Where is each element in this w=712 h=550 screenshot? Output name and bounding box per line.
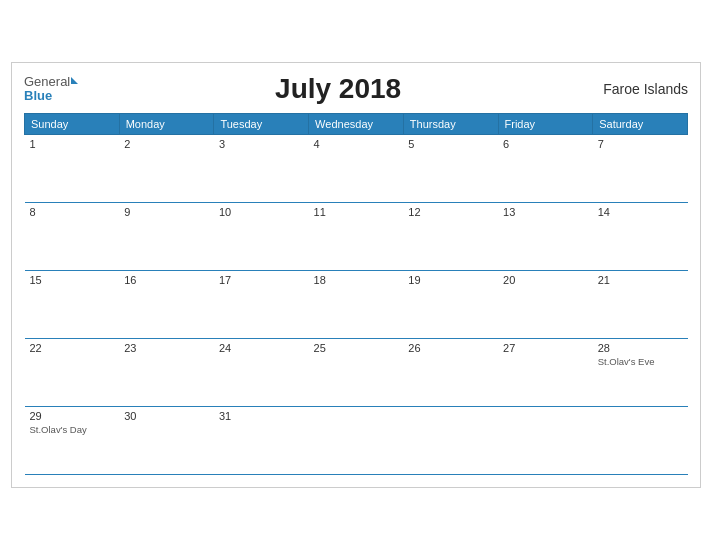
weekday-header-saturday: Saturday: [593, 114, 688, 135]
week-row-4: 22232425262728St.Olav's Eve: [25, 339, 688, 407]
day-number: 21: [598, 274, 683, 286]
calendar-title: July 2018: [78, 73, 598, 105]
day-cell: [498, 407, 593, 475]
week-row-2: 891011121314: [25, 203, 688, 271]
day-cell: 15: [25, 271, 120, 339]
day-number: 25: [314, 342, 399, 354]
day-number: 27: [503, 342, 588, 354]
day-number: 20: [503, 274, 588, 286]
day-cell: [593, 407, 688, 475]
weekday-header-sunday: Sunday: [25, 114, 120, 135]
day-number: 29: [30, 410, 115, 422]
day-cell: 18: [309, 271, 404, 339]
day-cell: 30: [119, 407, 214, 475]
day-number: 12: [408, 206, 493, 218]
calendar-region: Faroe Islands: [598, 81, 688, 97]
calendar-table: SundayMondayTuesdayWednesdayThursdayFrid…: [24, 113, 688, 475]
day-cell: 17: [214, 271, 309, 339]
day-cell: 22: [25, 339, 120, 407]
day-cell: 29St.Olav's Day: [25, 407, 120, 475]
day-number: 10: [219, 206, 304, 218]
calendar: General Blue July 2018 Faroe Islands Sun…: [11, 62, 701, 488]
day-cell: 6: [498, 135, 593, 203]
day-number: 7: [598, 138, 683, 150]
weekday-header-friday: Friday: [498, 114, 593, 135]
day-cell: 11: [309, 203, 404, 271]
day-number: 5: [408, 138, 493, 150]
day-cell: 26: [403, 339, 498, 407]
day-number: 2: [124, 138, 209, 150]
day-number: 14: [598, 206, 683, 218]
day-number: 17: [219, 274, 304, 286]
day-number: 24: [219, 342, 304, 354]
day-number: 11: [314, 206, 399, 218]
weekday-header-row: SundayMondayTuesdayWednesdayThursdayFrid…: [25, 114, 688, 135]
day-cell: 9: [119, 203, 214, 271]
calendar-thead: SundayMondayTuesdayWednesdayThursdayFrid…: [25, 114, 688, 135]
day-number: 9: [124, 206, 209, 218]
day-cell: 24: [214, 339, 309, 407]
day-cell: [403, 407, 498, 475]
day-cell: 5: [403, 135, 498, 203]
brand-blue-text: Blue: [24, 89, 78, 103]
day-cell: 28St.Olav's Eve: [593, 339, 688, 407]
day-number: 26: [408, 342, 493, 354]
day-number: 23: [124, 342, 209, 354]
day-number: 22: [30, 342, 115, 354]
day-number: 30: [124, 410, 209, 422]
day-number: 15: [30, 274, 115, 286]
day-number: 4: [314, 138, 399, 150]
weekday-header-wednesday: Wednesday: [309, 114, 404, 135]
weekday-header-thursday: Thursday: [403, 114, 498, 135]
day-cell: 12: [403, 203, 498, 271]
day-number: 31: [219, 410, 304, 422]
day-cell: 27: [498, 339, 593, 407]
day-event: St.Olav's Day: [30, 424, 115, 435]
calendar-header: General Blue July 2018 Faroe Islands: [24, 73, 688, 105]
day-cell: 21: [593, 271, 688, 339]
brand-logo: General Blue: [24, 75, 78, 104]
weekday-header-tuesday: Tuesday: [214, 114, 309, 135]
day-cell: 31: [214, 407, 309, 475]
day-number: 3: [219, 138, 304, 150]
day-cell: 7: [593, 135, 688, 203]
day-number: 8: [30, 206, 115, 218]
day-cell: 25: [309, 339, 404, 407]
calendar-tbody: 1234567891011121314151617181920212223242…: [25, 135, 688, 475]
weekday-header-monday: Monday: [119, 114, 214, 135]
day-cell: 1: [25, 135, 120, 203]
day-cell: 10: [214, 203, 309, 271]
day-cell: 3: [214, 135, 309, 203]
week-row-5: 29St.Olav's Day3031: [25, 407, 688, 475]
brand-general-text: General: [24, 75, 70, 89]
day-number: 13: [503, 206, 588, 218]
day-cell: 13: [498, 203, 593, 271]
day-cell: 8: [25, 203, 120, 271]
day-number: 16: [124, 274, 209, 286]
day-number: 6: [503, 138, 588, 150]
day-event: St.Olav's Eve: [598, 356, 683, 367]
day-cell: [309, 407, 404, 475]
brand-triangle-icon: [71, 77, 78, 84]
day-cell: 14: [593, 203, 688, 271]
day-cell: 16: [119, 271, 214, 339]
day-number: 28: [598, 342, 683, 354]
day-number: 1: [30, 138, 115, 150]
day-cell: 2: [119, 135, 214, 203]
day-number: 19: [408, 274, 493, 286]
week-row-1: 1234567: [25, 135, 688, 203]
day-number: 18: [314, 274, 399, 286]
week-row-3: 15161718192021: [25, 271, 688, 339]
day-cell: 19: [403, 271, 498, 339]
day-cell: 20: [498, 271, 593, 339]
day-cell: 4: [309, 135, 404, 203]
day-cell: 23: [119, 339, 214, 407]
